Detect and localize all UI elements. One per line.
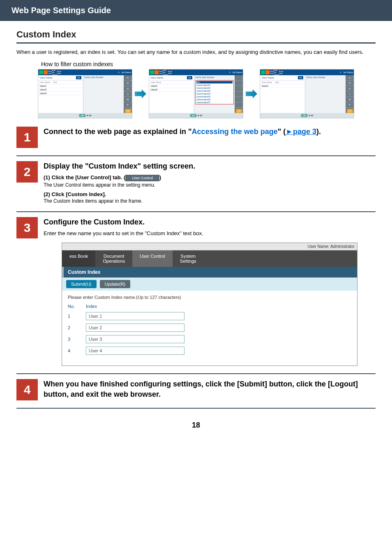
- arrow-icon: [246, 89, 257, 98]
- update-button[interactable]: Update(R): [100, 280, 131, 288]
- arrow-icon: [135, 89, 146, 98]
- user-control-badge: User Control: [125, 175, 159, 181]
- step-3-desc: Enter the new name you want to set in th…: [44, 230, 376, 236]
- filter-panels: Easy Scan HDD File retrieve Sharp OSA ✎J…: [16, 69, 376, 118]
- section-intro: When a user is registered, an index is s…: [16, 49, 376, 56]
- index-row: 2: [68, 324, 351, 332]
- index-row: 3: [68, 335, 351, 343]
- step-2-sub2: (2) Click [Custom Index]. The Custom Ind…: [44, 191, 376, 204]
- title-underline: [16, 42, 376, 44]
- webui-subtitle: Custom Index: [62, 267, 357, 278]
- tab-user-control[interactable]: User Control: [132, 250, 173, 267]
- col-no: No.: [68, 304, 76, 309]
- tab-address-book[interactable]: ess Book: [62, 250, 95, 267]
- section-title: Custom Index: [16, 29, 376, 40]
- step-number: 3: [16, 217, 38, 238]
- step-4-title: When you have finished configuring setti…: [44, 379, 376, 399]
- step-1-title: Connect to the web page as explained in …: [44, 127, 376, 136]
- submit-button[interactable]: Submit(U): [66, 280, 97, 288]
- webui-tabs: ess Book Document Operations User Contro…: [62, 250, 357, 267]
- index-input-3[interactable]: [86, 335, 184, 343]
- tab-document-ops[interactable]: Document Operations: [95, 250, 132, 267]
- filter-panel-2: Easy Scan HDD File retrieve Sharp OSA ✎J…: [149, 69, 243, 118]
- step-2-sub1: (1) Click the [User Control] tab. (User …: [44, 174, 376, 188]
- step-2-title: Display the "Custom Index" setting scree…: [44, 161, 376, 171]
- webui-hint: Please enter Custom Index name.(Up to 12…: [68, 295, 351, 300]
- filter-caption: How to filter custom indexes: [41, 61, 376, 67]
- step-number: 4: [16, 379, 38, 400]
- step-3-title: Configure the Custom Index.: [44, 217, 376, 227]
- custom-index-webui: User Name: Administrator ess Book Docume…: [62, 243, 357, 366]
- index-row: 1: [68, 312, 351, 320]
- tab-system-settings[interactable]: System Settings: [173, 250, 204, 267]
- step-3: 3 Configure the Custom Index. Enter the …: [16, 217, 376, 374]
- index-row: 4: [68, 347, 351, 355]
- page-header: Web Page Settings Guide: [0, 0, 392, 21]
- filter-panel-3: Easy Scan HDD File retrieve Sharp OSA ✎J…: [260, 69, 354, 118]
- page-3-link[interactable]: ►page 3: [286, 127, 316, 136]
- page-number: 18: [16, 421, 376, 430]
- step-4: 4 When you have finished configuring set…: [16, 379, 376, 409]
- page-content: Custom Index When a user is registered, …: [0, 21, 392, 430]
- index-input-1[interactable]: [86, 312, 184, 320]
- index-input-2[interactable]: [86, 324, 184, 332]
- accessing-web-page-link[interactable]: Accessing the web page: [192, 127, 278, 136]
- index-input-4[interactable]: [86, 347, 184, 355]
- step-number: 1: [16, 127, 38, 148]
- filter-panel-1: Easy Scan HDD File retrieve Sharp OSA ✎J…: [38, 69, 132, 118]
- webui-userline: User Name: Administrator: [62, 243, 357, 250]
- col-index: Index: [86, 304, 97, 309]
- step-2: 2 Display the "Custom Index" setting scr…: [16, 161, 376, 212]
- step-1: 1 Connect to the web page as explained i…: [16, 127, 376, 156]
- step-number: 2: [16, 161, 38, 183]
